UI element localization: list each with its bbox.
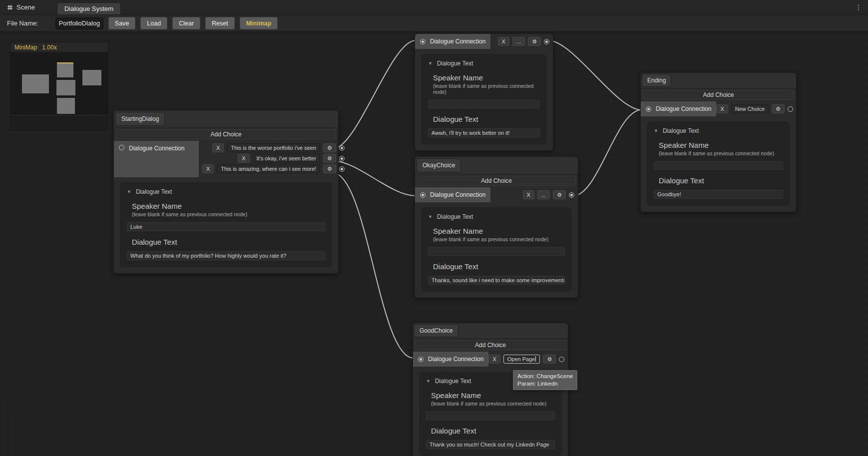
dialogue-editor-window: Scene Dialogue System ⋮ File Name: Portf… bbox=[0, 0, 868, 456]
choice-text-input-focused[interactable]: Open Page bbox=[503, 355, 540, 364]
choice-text-input[interactable]: This is the worse portfolio i've seen bbox=[227, 143, 320, 152]
output-port[interactable] bbox=[544, 39, 549, 44]
node-title-input[interactable]: StartingDialog bbox=[115, 112, 165, 126]
connection-row: Dialogue Connection X Open Page ⚙ bbox=[413, 352, 568, 367]
minimap-zoom-level: 1.00x bbox=[42, 44, 56, 51]
node-bad-response[interactable]: Dialogue Connection X ... ⚙ ▼ Dialogue T… bbox=[415, 33, 553, 151]
node-starting-dialog[interactable]: StartingDialog Add Choice Dialogue Conne… bbox=[113, 110, 339, 274]
choice-settings-button[interactable]: ⚙ bbox=[323, 154, 336, 163]
row-controls: X ... ⚙ bbox=[523, 190, 578, 199]
delete-connection-button[interactable]: X bbox=[498, 37, 509, 46]
speaker-name-input[interactable] bbox=[428, 100, 540, 108]
input-port[interactable] bbox=[418, 357, 424, 362]
minimap-toggle-button[interactable]: Minimap bbox=[240, 17, 278, 29]
gear-icon: ⚙ bbox=[327, 166, 332, 172]
add-choice-button[interactable]: Add Choice bbox=[417, 176, 576, 186]
delete-connection-button[interactable]: X bbox=[488, 355, 500, 364]
speaker-name-heading: Speaker Name bbox=[428, 227, 565, 235]
gear-icon: ⚙ bbox=[327, 155, 332, 161]
edge-okay-to-ending[interactable] bbox=[573, 110, 641, 196]
tab-dialogue-system[interactable]: Dialogue System bbox=[57, 2, 121, 14]
output-port[interactable] bbox=[569, 192, 574, 198]
settings-button[interactable]: ⚙ bbox=[528, 37, 541, 46]
choice-text-input[interactable]: New Choice bbox=[731, 104, 769, 113]
minimap-title: MiniMap bbox=[14, 44, 37, 51]
output-port[interactable] bbox=[339, 145, 345, 151]
dialogue-text-heading: Dialogue Text bbox=[428, 115, 540, 123]
node-title-input[interactable]: GoodChoice bbox=[414, 324, 458, 337]
scene-tab[interactable]: Scene bbox=[0, 3, 42, 11]
text-cursor bbox=[535, 356, 536, 362]
kebab-menu-icon[interactable]: ⋮ bbox=[855, 3, 868, 11]
input-port[interactable] bbox=[119, 145, 124, 150]
input-port[interactable] bbox=[420, 39, 426, 44]
settings-button[interactable]: ⚙ bbox=[772, 104, 785, 113]
input-port[interactable] bbox=[420, 192, 426, 198]
connection-label: Dialogue Connection bbox=[129, 145, 184, 152]
delete-choice-button[interactable]: X bbox=[238, 154, 249, 163]
more-button[interactable]: ... bbox=[512, 37, 525, 46]
dialogue-text-input[interactable]: Awwh, i'll try to work better on it! bbox=[428, 128, 540, 137]
foldout-label: Dialogue Text bbox=[136, 188, 172, 195]
node-title-input[interactable]: OkayChoice bbox=[417, 158, 461, 172]
input-port-group: Dialogue Connection bbox=[114, 141, 199, 177]
row-controls: X Open Page ⚙ bbox=[488, 355, 568, 364]
node-okay-choice[interactable]: OkayChoice Add Choice Dialogue Connectio… bbox=[415, 156, 578, 298]
dialogue-text-foldout[interactable]: ▼ Dialogue Text bbox=[127, 188, 325, 195]
reset-button[interactable]: Reset bbox=[205, 17, 235, 29]
speaker-name-input[interactable]: Luke bbox=[127, 222, 325, 231]
input-port[interactable] bbox=[646, 106, 651, 112]
node-ending[interactable]: Ending Add Choice Dialogue Connection X … bbox=[640, 72, 797, 212]
dialogue-text-heading: Dialogue Text bbox=[654, 176, 783, 185]
save-button[interactable]: Save bbox=[108, 17, 136, 29]
choice-row: X This is amazing, where can i see more!… bbox=[202, 164, 345, 173]
speaker-name-input[interactable] bbox=[654, 161, 783, 170]
speaker-name-hint: (leave blank if same as previous connect… bbox=[654, 150, 783, 156]
settings-button[interactable]: ⚙ bbox=[553, 190, 566, 199]
clear-button[interactable]: Clear bbox=[172, 17, 200, 29]
output-port[interactable] bbox=[339, 166, 345, 172]
speaker-name-heading: Speaker Name bbox=[428, 73, 540, 82]
node-title-input[interactable]: Ending bbox=[642, 74, 671, 87]
dialogue-text-input[interactable]: What do you think of my portfolio? How h… bbox=[127, 251, 325, 260]
dialogue-text-input[interactable]: Thanks, sound like i need to make some i… bbox=[428, 276, 565, 285]
graph-canvas[interactable]: MiniMap 1.00x StartingDialog Add Choice bbox=[0, 32, 868, 456]
add-choice-button[interactable]: Add Choice bbox=[643, 90, 794, 100]
foldout-label: Dialogue Text bbox=[437, 60, 473, 67]
file-name-input[interactable]: PortfolioDIalog bbox=[55, 17, 103, 29]
dialogue-text-foldout[interactable]: ▼ Dialogue Text bbox=[654, 127, 783, 134]
output-port[interactable] bbox=[559, 357, 564, 362]
delete-connection-button[interactable]: X bbox=[716, 104, 728, 113]
minimap-panel[interactable]: MiniMap 1.00x bbox=[10, 42, 108, 130]
settings-button[interactable]: ⚙ bbox=[543, 355, 556, 364]
dialogue-text-input[interactable]: Goodbye! bbox=[654, 190, 783, 199]
minimap-viewport[interactable] bbox=[10, 52, 108, 130]
action-tooltip: Action: ChangeScene Param: Linkedn bbox=[513, 370, 577, 390]
choice-text-input[interactable]: It's okay, i've seen better bbox=[253, 154, 321, 163]
edge-response-to-ending[interactable] bbox=[548, 40, 641, 110]
delete-connection-button[interactable]: X bbox=[523, 190, 534, 199]
input-port-group: Dialogue Connection bbox=[415, 187, 490, 202]
add-choice-button[interactable]: Add Choice bbox=[116, 129, 336, 139]
choice-settings-button[interactable]: ⚙ bbox=[323, 143, 336, 152]
dialogue-text-foldout[interactable]: ▼ Dialogue Text bbox=[428, 60, 540, 67]
delete-choice-button[interactable]: X bbox=[202, 164, 214, 173]
dialogue-text-input[interactable]: Thank you so much! Check out my Linkedn … bbox=[426, 440, 555, 449]
edge-start-to-good[interactable] bbox=[333, 173, 414, 358]
output-port[interactable] bbox=[788, 106, 793, 112]
output-port[interactable] bbox=[339, 156, 345, 161]
choice-text-input[interactable]: This is amazing, where can i see more! bbox=[217, 164, 320, 173]
foldout-arrow-icon: ▼ bbox=[127, 189, 131, 194]
speaker-name-input[interactable] bbox=[426, 412, 555, 420]
choice-settings-button[interactable]: ⚙ bbox=[323, 164, 336, 173]
more-button[interactable]: ... bbox=[537, 190, 550, 199]
add-choice-button[interactable]: Add Choice bbox=[415, 340, 566, 350]
gear-icon: ⚙ bbox=[776, 106, 781, 112]
edge-start-to-response[interactable] bbox=[333, 40, 416, 149]
load-button[interactable]: Load bbox=[140, 17, 167, 29]
choice-row: X It's okay, i've seen better ⚙ bbox=[238, 154, 345, 163]
speaker-name-input[interactable] bbox=[428, 247, 565, 256]
row-controls: X New Choice ⚙ bbox=[716, 104, 797, 113]
dialogue-text-foldout[interactable]: ▼ Dialogue Text bbox=[428, 213, 565, 220]
delete-choice-button[interactable]: X bbox=[212, 143, 224, 152]
